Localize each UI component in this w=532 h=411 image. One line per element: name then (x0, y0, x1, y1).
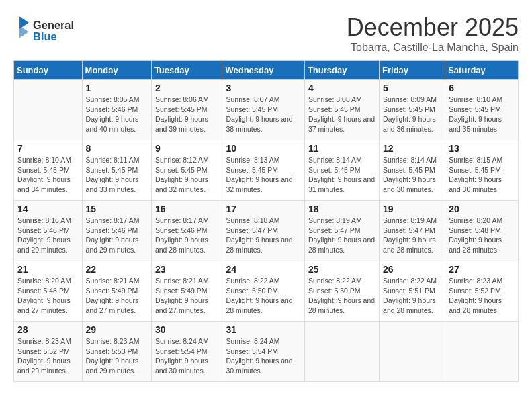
day-number: 7 (17, 143, 79, 154)
day-info: Sunrise: 8:07 AM Sunset: 5:45 PM Dayligh… (226, 95, 300, 134)
calendar-cell: 22Sunrise: 8:21 AM Sunset: 5:49 PM Dayli… (82, 261, 151, 322)
day-header-friday: Friday (380, 61, 445, 80)
page-header: General Blue December 2025 Tobarra, Cast… (13, 13, 519, 54)
calendar-cell: 30Sunrise: 8:24 AM Sunset: 5:54 PM Dayli… (151, 322, 222, 382)
day-number: 24 (226, 264, 300, 275)
calendar-cell: 27Sunrise: 8:23 AM Sunset: 5:52 PM Dayli… (445, 261, 519, 322)
calendar-cell (14, 80, 83, 140)
day-number: 29 (86, 324, 148, 335)
day-info: Sunrise: 8:14 AM Sunset: 5:45 PM Dayligh… (308, 155, 375, 195)
day-number: 16 (155, 203, 219, 214)
day-header-sunday: Sunday (14, 61, 83, 80)
calendar-cell: 3Sunrise: 8:07 AM Sunset: 5:45 PM Daylig… (222, 80, 304, 140)
calendar-cell: 20Sunrise: 8:20 AM Sunset: 5:48 PM Dayli… (445, 201, 519, 261)
calendar-cell (445, 322, 519, 382)
day-info: Sunrise: 8:10 AM Sunset: 5:45 PM Dayligh… (449, 95, 515, 134)
calendar-cell (304, 322, 379, 382)
calendar-cell: 18Sunrise: 8:19 AM Sunset: 5:47 PM Dayli… (304, 201, 379, 261)
day-info: Sunrise: 8:14 AM Sunset: 5:45 PM Dayligh… (383, 155, 441, 195)
calendar-cell (380, 322, 445, 382)
day-number: 8 (86, 143, 148, 154)
calendar-cell: 23Sunrise: 8:21 AM Sunset: 5:49 PM Dayli… (151, 261, 222, 322)
day-info: Sunrise: 8:18 AM Sunset: 5:47 PM Dayligh… (226, 216, 300, 255)
day-header-monday: Monday (82, 61, 151, 80)
day-number: 17 (226, 203, 300, 214)
day-number: 18 (308, 203, 375, 214)
day-header-wednesday: Wednesday (222, 61, 304, 80)
day-number: 3 (226, 83, 300, 93)
day-info: Sunrise: 8:24 AM Sunset: 5:54 PM Dayligh… (155, 336, 219, 376)
calendar-cell: 9Sunrise: 8:12 AM Sunset: 5:45 PM Daylig… (151, 140, 222, 201)
day-info: Sunrise: 8:17 AM Sunset: 5:46 PM Dayligh… (155, 216, 219, 255)
day-number: 2 (155, 83, 219, 93)
day-number: 15 (86, 203, 148, 214)
svg-text:General: General (33, 19, 74, 31)
calendar-cell: 4Sunrise: 8:08 AM Sunset: 5:45 PM Daylig… (304, 80, 379, 140)
month-title: December 2025 (347, 13, 519, 42)
day-info: Sunrise: 8:20 AM Sunset: 5:48 PM Dayligh… (17, 276, 79, 316)
day-number: 20 (449, 203, 515, 214)
day-info: Sunrise: 8:16 AM Sunset: 5:46 PM Dayligh… (17, 216, 79, 255)
day-number: 12 (383, 143, 441, 154)
calendar-cell: 15Sunrise: 8:17 AM Sunset: 5:46 PM Dayli… (82, 201, 151, 261)
day-info: Sunrise: 8:19 AM Sunset: 5:47 PM Dayligh… (383, 216, 441, 255)
day-number: 13 (449, 143, 515, 154)
day-info: Sunrise: 8:22 AM Sunset: 5:50 PM Dayligh… (226, 276, 300, 316)
calendar-cell: 25Sunrise: 8:22 AM Sunset: 5:50 PM Dayli… (304, 261, 379, 322)
day-info: Sunrise: 8:13 AM Sunset: 5:45 PM Dayligh… (226, 155, 300, 195)
day-info: Sunrise: 8:11 AM Sunset: 5:45 PM Dayligh… (86, 155, 148, 195)
calendar-cell: 12Sunrise: 8:14 AM Sunset: 5:45 PM Dayli… (380, 140, 445, 201)
day-number: 31 (226, 324, 300, 335)
day-info: Sunrise: 8:10 AM Sunset: 5:45 PM Dayligh… (17, 155, 79, 195)
title-block: December 2025 Tobarra, Castille-La Manch… (347, 13, 519, 54)
day-header-saturday: Saturday (445, 61, 519, 80)
calendar-cell: 21Sunrise: 8:20 AM Sunset: 5:48 PM Dayli… (14, 261, 83, 322)
day-number: 30 (155, 324, 219, 335)
calendar-table: SundayMondayTuesdayWednesdayThursdayFrid… (13, 60, 519, 382)
svg-marker-3 (19, 26, 29, 38)
day-number: 23 (155, 264, 219, 275)
week-row-3: 14Sunrise: 8:16 AM Sunset: 5:46 PM Dayli… (14, 201, 519, 261)
day-info: Sunrise: 8:22 AM Sunset: 5:51 PM Dayligh… (383, 276, 441, 316)
day-number: 4 (308, 83, 375, 93)
day-info: Sunrise: 8:23 AM Sunset: 5:52 PM Dayligh… (17, 336, 79, 376)
week-row-2: 7Sunrise: 8:10 AM Sunset: 5:45 PM Daylig… (14, 140, 519, 201)
days-header-row: SundayMondayTuesdayWednesdayThursdayFrid… (14, 61, 519, 80)
week-row-4: 21Sunrise: 8:20 AM Sunset: 5:48 PM Dayli… (14, 261, 519, 322)
logo-svg: General Blue (13, 13, 81, 47)
calendar-cell: 14Sunrise: 8:16 AM Sunset: 5:46 PM Dayli… (14, 201, 83, 261)
day-number: 27 (449, 264, 515, 275)
logo: General Blue (13, 13, 81, 47)
calendar-cell: 10Sunrise: 8:13 AM Sunset: 5:45 PM Dayli… (222, 140, 304, 201)
day-info: Sunrise: 8:08 AM Sunset: 5:45 PM Dayligh… (308, 95, 375, 134)
day-info: Sunrise: 8:24 AM Sunset: 5:54 PM Dayligh… (226, 336, 300, 376)
calendar-cell: 26Sunrise: 8:22 AM Sunset: 5:51 PM Dayli… (380, 261, 445, 322)
day-number: 19 (383, 203, 441, 214)
calendar-cell: 17Sunrise: 8:18 AM Sunset: 5:47 PM Dayli… (222, 201, 304, 261)
day-info: Sunrise: 8:09 AM Sunset: 5:45 PM Dayligh… (383, 95, 441, 134)
day-number: 28 (17, 324, 79, 335)
day-number: 14 (17, 203, 79, 214)
calendar-cell: 28Sunrise: 8:23 AM Sunset: 5:52 PM Dayli… (14, 322, 83, 382)
day-info: Sunrise: 8:23 AM Sunset: 5:53 PM Dayligh… (86, 336, 148, 376)
day-header-thursday: Thursday (304, 61, 379, 80)
calendar-cell: 8Sunrise: 8:11 AM Sunset: 5:45 PM Daylig… (82, 140, 151, 201)
day-info: Sunrise: 8:06 AM Sunset: 5:45 PM Dayligh… (155, 95, 219, 134)
day-info: Sunrise: 8:23 AM Sunset: 5:52 PM Dayligh… (449, 276, 515, 316)
day-number: 11 (308, 143, 375, 154)
day-number: 22 (86, 264, 148, 275)
calendar-cell: 19Sunrise: 8:19 AM Sunset: 5:47 PM Dayli… (380, 201, 445, 261)
day-number: 26 (383, 264, 441, 275)
day-header-tuesday: Tuesday (151, 61, 222, 80)
day-number: 6 (449, 83, 515, 93)
svg-text:Blue: Blue (33, 30, 56, 42)
calendar-cell: 31Sunrise: 8:24 AM Sunset: 5:54 PM Dayli… (222, 322, 304, 382)
location-subtitle: Tobarra, Castille-La Mancha, Spain (347, 42, 519, 54)
day-number: 9 (155, 143, 219, 154)
day-info: Sunrise: 8:12 AM Sunset: 5:45 PM Dayligh… (155, 155, 219, 195)
day-number: 10 (226, 143, 300, 154)
calendar-cell: 29Sunrise: 8:23 AM Sunset: 5:53 PM Dayli… (82, 322, 151, 382)
day-info: Sunrise: 8:15 AM Sunset: 5:45 PM Dayligh… (449, 155, 515, 195)
calendar-cell: 11Sunrise: 8:14 AM Sunset: 5:45 PM Dayli… (304, 140, 379, 201)
calendar-cell: 6Sunrise: 8:10 AM Sunset: 5:45 PM Daylig… (445, 80, 519, 140)
